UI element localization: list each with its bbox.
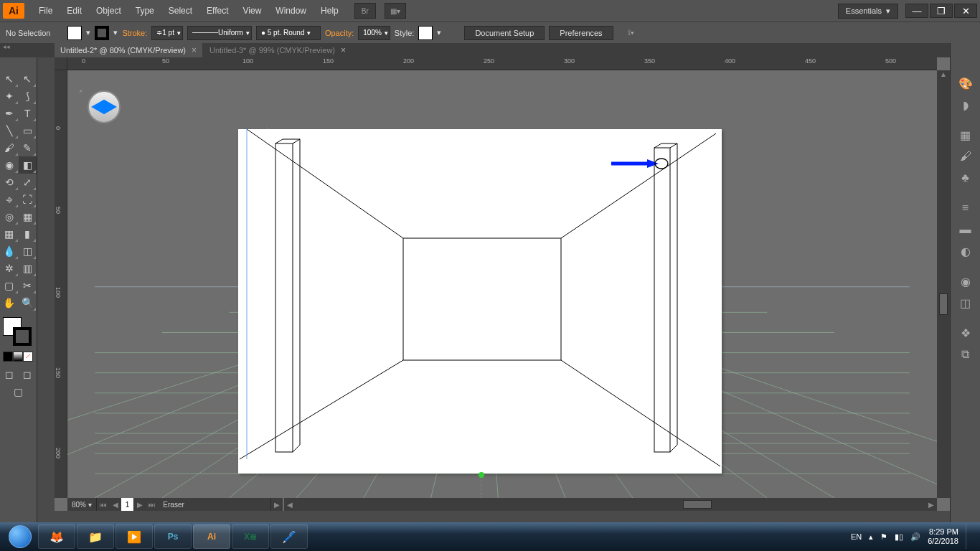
scale-tool[interactable]: ⤢ [19,174,37,191]
appearance-panel-icon[interactable]: ◉ [954,271,977,291]
style-dropdown-caret[interactable]: ▾ [437,28,441,37]
scroll-up-button[interactable]: ▲ [937,70,950,78]
scroll-left-button[interactable]: ◀ [284,501,296,509]
blob-brush-tool[interactable]: ◉ [0,156,19,174]
width-tool[interactable]: ⎆ [0,191,19,208]
perspective-plane-widget[interactable] [88,90,121,123]
transparency-panel-icon[interactable]: ◐ [954,241,977,261]
zoom-level-input[interactable]: 80% ▾ [67,498,97,511]
taskbar-illustrator-icon[interactable]: Ai [193,524,230,549]
ruler-vertical[interactable]: 0 50 100 150 200 [55,70,67,498]
clock[interactable]: 8:29 PM 6/2/2018 [928,527,958,546]
next-artboard-button[interactable]: ▶ [134,501,146,509]
fill-swatch[interactable] [67,26,82,40]
volume-icon[interactable]: 🔊 [910,532,920,542]
opacity-label[interactable]: Opacity: [325,29,354,37]
close-icon[interactable]: × [341,45,346,55]
close-icon[interactable]: × [192,45,197,55]
stroke-dropdown-caret[interactable]: ▾ [113,28,118,37]
taskbar-mediaplayer-icon[interactable]: ▶️ [116,524,153,549]
paintbrush-tool[interactable]: 🖌 [0,139,19,156]
stroke-label[interactable]: Stroke: [122,29,147,37]
taskbar-explorer-icon[interactable]: 📁 [77,524,114,549]
document-tab-inactive[interactable]: Untitled-3* @ 99% (CMYK/Preview) × [204,43,352,57]
first-artboard-button[interactable]: ⏮ [97,501,110,509]
action-center-icon[interactable]: ⚑ [880,532,887,542]
color-panel-icon[interactable]: 🎨 [954,73,977,93]
stroke-weight-input[interactable]: ≑1 pt▾ [151,26,183,40]
draw-mode-normal[interactable]: ◻ [0,366,19,383]
menu-window[interactable]: Window [268,3,314,19]
menu-type[interactable]: Type [128,3,161,19]
rotate-tool[interactable]: ⟲ [0,174,19,191]
perspective-handle[interactable] [479,472,484,478]
stroke-profile-dropdown[interactable]: Uniform▾ [187,26,252,40]
brushes-panel-icon[interactable]: 🖌 [954,146,977,166]
preferences-button[interactable]: Preferences [549,26,613,40]
scroll-right-button[interactable]: ▶ [925,501,937,509]
gradient-mode-button[interactable] [13,352,23,362]
shape-builder-tool[interactable]: ◎ [0,208,19,225]
hand-tool[interactable]: ✋ [0,294,19,311]
brush-dropdown[interactable]: ● 5 pt. Round▾ [256,26,321,40]
fill-stroke-indicator[interactable] [3,317,32,346]
last-artboard-button[interactable]: ⏭ [146,501,159,509]
eraser-tool[interactable]: ◧ [19,156,37,174]
graphic-styles-panel-icon[interactable]: ◫ [954,293,977,313]
status-menu-button[interactable]: ▶ [271,501,283,509]
taskbar-firefox-icon[interactable]: 🦊 [38,524,75,549]
align-flyout-icon[interactable]: ⟟▾ [628,28,634,37]
selection-tool[interactable]: ↖ [0,70,19,88]
menu-view[interactable]: View [236,3,269,19]
symbol-sprayer-tool[interactable]: ✲ [0,260,19,277]
language-indicator[interactable]: EN [851,532,862,541]
start-button[interactable] [3,524,37,549]
menu-select[interactable]: Select [161,3,199,19]
menu-effect[interactable]: Effect [199,3,235,19]
opacity-input[interactable]: 100%▾ [358,26,390,40]
scroll-thumb-vertical[interactable] [939,293,948,315]
layers-panel-icon[interactable]: ❖ [954,323,977,343]
symbols-panel-icon[interactable]: ♣ [954,168,977,188]
draw-mode-behind[interactable]: ◻ [19,366,37,383]
stroke-swatch[interactable] [95,26,109,40]
scrollbar-vertical[interactable]: ▲ [937,70,950,498]
artboards-panel-icon[interactable]: ⧉ [954,344,977,364]
bridge-icon[interactable]: Br [354,3,376,19]
gradient-panel-icon[interactable]: ▬ [954,220,977,240]
pencil-tool[interactable]: ✎ [19,139,37,156]
stroke-color-swatch[interactable] [13,327,32,346]
free-transform-tool[interactable]: ⛶ [19,191,37,208]
eyedropper-tool[interactable]: 💧 [0,242,19,260]
ruler-horizontal[interactable]: 0 50 100 150 200 250 300 350 400 450 500 [67,57,937,70]
screen-mode-button[interactable]: ▢ [9,383,28,400]
show-desktop-button[interactable] [966,524,971,549]
collapse-toolbox-handle[interactable]: ◂◂ [0,43,13,53]
workspace-switcher[interactable]: Essentials ▾ [838,4,898,19]
taskbar-photoshop-icon[interactable]: Ps [154,524,192,549]
stroke-panel-icon[interactable]: ≡ [954,198,977,218]
rectangle-tool[interactable]: ▭ [19,122,37,139]
menu-edit[interactable]: Edit [60,3,89,19]
menu-object[interactable]: Object [89,3,128,19]
column-graph-tool[interactable]: ▥ [19,260,37,277]
taskbar-app-icon[interactable]: 🖊️ [270,524,308,549]
fill-dropdown-caret[interactable]: ▾ [86,28,90,37]
scrollbar-horizontal[interactable]: ◀ ▶ [284,498,937,511]
artboard-tool[interactable]: ▢ [0,277,19,294]
close-button[interactable]: ✕ [954,4,977,18]
perspective-grid-tool[interactable]: ▦ [19,208,37,225]
magic-wand-tool[interactable]: ✦ [0,88,19,105]
color-mode-button[interactable] [3,352,13,362]
perspective-widget-close-icon[interactable]: × [79,88,88,96]
arrange-docs-icon[interactable]: ▦▾ [385,3,406,19]
document-setup-button[interactable]: Document Setup [464,26,545,40]
prev-artboard-button[interactable]: ◀ [110,501,121,509]
canvas-area[interactable]: × [67,70,937,498]
ruler-origin[interactable] [55,57,67,70]
gradient-tool[interactable]: ▮ [19,225,37,242]
menu-help[interactable]: Help [314,3,346,19]
color-guide-panel-icon[interactable]: ◗ [954,95,977,115]
artboard-number-input[interactable]: 1 [121,498,135,511]
minimize-button[interactable]: — [905,4,928,18]
